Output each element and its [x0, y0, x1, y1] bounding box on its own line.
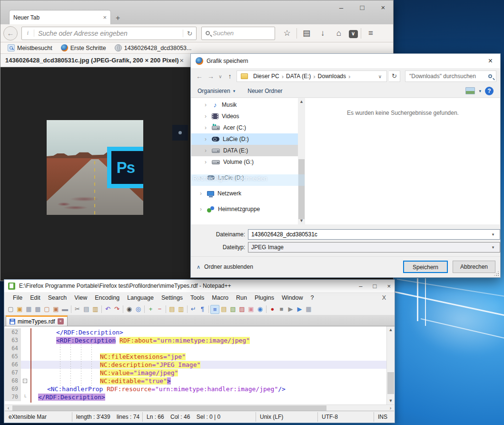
- organize-menu[interactable]: Organisieren▾: [198, 88, 235, 94]
- macro-play-icon[interactable]: ▶: [286, 305, 295, 314]
- menu-item-language[interactable]: Language: [123, 294, 158, 301]
- search-input[interactable]: [210, 30, 275, 37]
- breadcrumb-segment[interactable]: Dieser PC: [251, 73, 282, 80]
- reload-icon[interactable]: ↻: [183, 30, 196, 37]
- menu-item-macro[interactable]: Macro: [208, 294, 232, 301]
- code-line[interactable]: 62</RDF:Description>: [5, 328, 394, 336]
- print-icon[interactable]: ▬: [60, 305, 69, 314]
- code-line[interactable]: 67NC:value="image/jpeg": [5, 369, 394, 377]
- sync-scroll-h-icon[interactable]: ▥: [177, 305, 186, 314]
- code-line[interactable]: 69<NC:handlerProp RDF:resource="urn:mime…: [5, 385, 394, 393]
- help-icon[interactable]: ?: [485, 87, 494, 95]
- tree-item[interactable]: ›♪Musik: [191, 99, 298, 111]
- breadcrumb-dropdown-icon[interactable]: ∨: [376, 74, 385, 79]
- nav-back-icon[interactable]: ←: [195, 72, 204, 80]
- dialog-close-icon[interactable]: ×: [485, 57, 495, 65]
- bookmark-star-icon[interactable]: ☆: [279, 28, 295, 38]
- code-line[interactable]: 63<RDF:Description RDF:about="urn:mimety…: [5, 336, 394, 344]
- info-icon[interactable]: i: [22, 30, 34, 37]
- macro-stop-icon[interactable]: ■: [277, 305, 286, 314]
- url-input[interactable]: [34, 28, 183, 39]
- nav-forward-icon[interactable]: →: [206, 72, 216, 80]
- save-all-icon[interactable]: ▩: [33, 305, 42, 314]
- menu-item-tools[interactable]: Tools: [187, 294, 208, 301]
- menu-item-window[interactable]: Window: [278, 294, 306, 301]
- tree-item[interactable]: ›Netzwerk: [191, 188, 298, 199]
- refresh-icon[interactable]: ↻: [389, 71, 400, 82]
- breadcrumb[interactable]: Dieser PC›DATA (E:)›Downloads› ∨: [237, 71, 387, 82]
- function-list-icon[interactable]: ▤: [219, 305, 228, 314]
- notepad-titlebar[interactable]: E:\Firefox Programme Portable\Firefox te…: [4, 280, 395, 292]
- redo-icon[interactable]: ↷: [112, 305, 121, 314]
- back-button[interactable]: ←: [3, 26, 18, 40]
- nav-up-icon[interactable]: ↑: [225, 72, 235, 80]
- menu-item-encoding[interactable]: Encoding: [91, 294, 123, 301]
- word-wrap-icon[interactable]: ↵: [189, 305, 198, 314]
- close-icon[interactable]: ▢: [42, 305, 51, 314]
- menu-icon[interactable]: ≡: [363, 29, 379, 38]
- view-thumbnails-icon[interactable]: [465, 87, 475, 94]
- filetype-select[interactable]: JPEG Image: [248, 242, 500, 253]
- new-folder-button[interactable]: Neuer Ordner: [247, 88, 282, 94]
- np-close-button[interactable]: ×: [387, 283, 391, 290]
- bookmark-item[interactable]: 1436026428_dcd38053...: [111, 44, 195, 51]
- editor-horizontal-scrollbar[interactable]: ‹ ›: [5, 405, 394, 411]
- code-line[interactable]: 66NC:description="JPEG Image": [5, 361, 394, 369]
- breadcrumb-segment[interactable]: DATA (E:): [284, 73, 313, 80]
- np-minimize-button[interactable]: –: [359, 283, 362, 290]
- document-map-icon[interactable]: ▧: [228, 305, 237, 314]
- code-line[interactable]: 70└</RDF:Description>: [5, 393, 394, 401]
- chevron-right-icon[interactable]: ›: [205, 124, 208, 131]
- document-list-icon[interactable]: ▨: [237, 305, 247, 314]
- tree-item[interactable]: ›Heimnetzgruppe: [191, 203, 298, 215]
- cancel-button[interactable]: Abbrechen: [453, 261, 495, 273]
- tree-item[interactable]: ›LaCie (D:): [191, 133, 298, 145]
- macro-save-icon[interactable]: ▦: [304, 305, 313, 314]
- filename-dropdown-icon[interactable]: ▾: [489, 232, 497, 237]
- scroll-up-icon[interactable]: ▲: [298, 98, 305, 105]
- reading-list-icon[interactable]: ▤: [298, 28, 315, 38]
- close-all-icon[interactable]: ▣: [51, 305, 60, 314]
- download-icon[interactable]: ↓: [315, 29, 331, 38]
- dialog-titlebar[interactable]: Grafik speichern ×: [191, 54, 500, 68]
- scrollbar-thumb[interactable]: [298, 159, 305, 219]
- scrollbar-thumb[interactable]: [387, 372, 394, 394]
- code-line[interactable]: 68−NC:editable="true">: [5, 377, 394, 385]
- menu-item-settings[interactable]: Settings: [158, 294, 187, 301]
- copy-icon[interactable]: ▤: [82, 305, 91, 314]
- nav-recent-icon[interactable]: ∨: [217, 74, 223, 79]
- find-icon[interactable]: ◉: [125, 305, 134, 314]
- menu-item-run[interactable]: Run: [232, 294, 251, 301]
- zoom-out-icon[interactable]: −: [155, 305, 164, 314]
- menu-item-search[interactable]: Search: [44, 294, 71, 301]
- browser-tab[interactable]: Neuer Tab ×: [9, 10, 111, 24]
- folder-workspace-icon[interactable]: ▣: [247, 305, 256, 314]
- url-bar[interactable]: i ↻: [21, 27, 197, 40]
- open-folder-icon[interactable]: ▣: [15, 305, 24, 314]
- menu-item-view[interactable]: View: [70, 294, 91, 301]
- chevron-right-icon[interactable]: ›: [200, 206, 204, 212]
- filetype-dropdown-icon[interactable]: ▾: [489, 245, 497, 250]
- view-eye-icon[interactable]: ◉: [256, 305, 265, 314]
- chevron-right-icon[interactable]: ›: [200, 174, 204, 181]
- save-button[interactable]: Speichern: [403, 261, 448, 273]
- indent-guide-icon[interactable]: ≡: [210, 305, 219, 314]
- minimize-button[interactable]: –: [335, 3, 347, 11]
- replace-icon[interactable]: ◎: [134, 305, 143, 314]
- tree-item[interactable]: ›LaCie (D:): [191, 172, 298, 183]
- save-icon[interactable]: ▦: [24, 305, 33, 314]
- menubar-close-icon[interactable]: X: [378, 294, 390, 301]
- undo-icon[interactable]: ↶: [103, 305, 112, 314]
- menu-item-edit[interactable]: Edit: [26, 294, 44, 301]
- pocket-icon[interactable]: ∨: [347, 28, 359, 38]
- filename-input[interactable]: [248, 229, 500, 240]
- search-box[interactable]: [201, 27, 275, 40]
- chevron-right-icon[interactable]: ›: [205, 136, 208, 142]
- show-all-chars-icon[interactable]: ¶: [198, 305, 207, 314]
- chevron-right-icon[interactable]: ›: [205, 113, 208, 120]
- new-tab-button[interactable]: +: [116, 14, 120, 22]
- tree-item[interactable]: ›DATA (E:): [191, 145, 298, 156]
- hide-folders-button[interactable]: ∧Ordner ausblenden: [197, 263, 253, 270]
- maximize-button[interactable]: □: [356, 3, 368, 11]
- firefox-titlebar[interactable]: Neuer Tab × + – □ ×: [0, 0, 393, 24]
